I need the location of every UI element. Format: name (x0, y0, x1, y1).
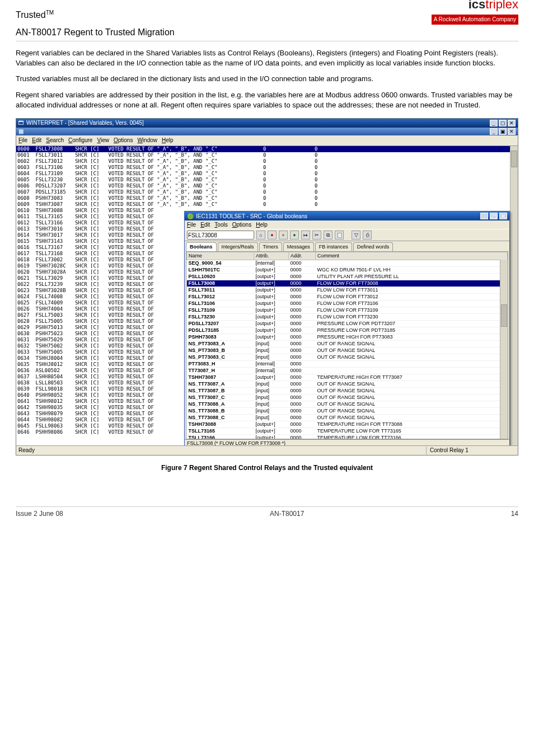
shared-row[interactable]: 0601 FSLL73011 SHCR [C] VOTED RESULT OF … (16, 152, 518, 158)
col-name[interactable]: Name (187, 252, 254, 260)
grid-scrollbar[interactable] (500, 260, 508, 439)
scrollbar-thumb[interactable] (511, 151, 517, 167)
shared-row[interactable]: 0608 PSHH73083 SHCR [C] VOTED RESULT OF … (16, 195, 518, 201)
grid-row[interactable]: FSLL73230[output+]0000FLOW LOW FOR FT732… (187, 314, 508, 321)
winterpret-titlebar[interactable]: 🗔 WINTERPRET - [Shared Variables, Vers. … (16, 119, 518, 128)
grid-row[interactable]: FSLL73109[output+]0000FLOW LOW FOR FT731… (187, 307, 508, 314)
iec1131-tabs[interactable]: BooleansIntegers/RealsTimersMessagesFB i… (185, 241, 509, 251)
tab-booleans[interactable]: Booleans (186, 242, 217, 251)
iec-menu-help[interactable]: Help (256, 222, 268, 228)
mdi-minimize[interactable]: _ (490, 128, 498, 135)
minimize-button[interactable]: _ (490, 120, 498, 126)
paragraph-1: Regent variables can be declared in the … (16, 48, 518, 68)
close-button[interactable]: ✕ (508, 120, 516, 126)
tab-defined-words[interactable]: Defined words (353, 242, 394, 251)
grid-row[interactable]: NS_PT73083_B[input]0000OUT OF RANGE SIGN… (187, 348, 508, 354)
iec1131-titlebar[interactable]: 🟢 IEC1131 TOOLSET - SRC - Global boolean… (185, 212, 509, 220)
grid-row[interactable]: NS_TT73087_C[input]0000OUT OF RANGE SIGN… (187, 395, 508, 401)
menu-help[interactable]: Help (162, 137, 174, 143)
maximize-button[interactable]: ▢ (499, 120, 507, 126)
grid-row[interactable]: TSHH73088[output+]0000TEMPERATURE HIGH F… (187, 421, 508, 428)
tab-timers[interactable]: Timers (259, 242, 282, 251)
shared-row[interactable]: 0607 PDSLL73185 SHCR [C] VOTED RESULT OF… (16, 189, 518, 195)
grid-row[interactable]: FSLL73011[output+]0000FLOW LOW FOR FT730… (187, 287, 508, 294)
menu-file[interactable]: File (18, 137, 27, 143)
status-ready: Ready (18, 447, 426, 454)
menu-view[interactable]: View (97, 137, 109, 143)
shared-row[interactable]: 0603 FSLL73106 SHCR [C] VOTED RESULT OF … (16, 165, 518, 171)
iec1131-menubar[interactable]: FileEditToolsOptionsHelp (185, 220, 509, 229)
menu-configure[interactable]: Configure (68, 137, 92, 143)
home-icon[interactable]: ⌂ (256, 231, 265, 240)
iec-menu-tools[interactable]: Tools (214, 222, 227, 228)
tab-integers-reals[interactable]: Integers/Reals (218, 242, 258, 251)
menu-options[interactable]: Options (114, 137, 133, 143)
shared-row[interactable]: 0609 TSHH73087 SHCR [C] VOTED RESULT OF … (16, 201, 518, 208)
mdi-restore[interactable]: ▣ (499, 128, 507, 135)
col-attrib[interactable]: Attrib. (254, 252, 289, 260)
status-context: Control Relay 1 (426, 447, 516, 454)
grid-row[interactable]: NS_TT73087_B[input]0000OUT OF RANGE SIGN… (187, 388, 508, 395)
grid-row[interactable]: TSHH73087[output+]0000TEMPERATURE HIGH F… (187, 374, 508, 381)
grid-row[interactable]: FSLL73008[output+]0000FLOW LOW FOR FT730… (187, 280, 508, 287)
grid-row[interactable]: PDSLL73185[output+]0000PRESSURE LOW FOR … (187, 327, 508, 334)
grid-row[interactable]: PSHH73083[output+]0000PRESSURE HIGH FOR … (187, 334, 508, 341)
scrollbar-outer[interactable] (510, 146, 518, 445)
grid-row[interactable]: SEQ_9000_54[internal]0000 (187, 260, 508, 267)
grid-row[interactable]: NS_PT73083_A[input]0000OUT OF RANGE SIGN… (187, 341, 508, 348)
grid-row[interactable]: PSLL10920[output+]0000UTILITY PLANT AIR … (187, 274, 508, 280)
winterpret-title: WINTERPRET - [Shared Variables, Vers. 00… (26, 119, 144, 127)
iec-menu-file[interactable]: File (187, 222, 196, 228)
shared-row[interactable]: 0605 FSLL73230 SHCR [C] VOTED RESULT OF … (16, 177, 518, 183)
menu-window[interactable]: Window (137, 137, 157, 143)
iec-min[interactable]: _ (480, 213, 488, 219)
grid-row[interactable]: NS_TT73088_A[input]0000OUT OF RANGE SIGN… (187, 401, 508, 408)
iec-menu-options[interactable]: Options (232, 222, 251, 228)
shared-row[interactable]: 0604 FSLL73109 SHCR [C] VOTED RESULT OF … (16, 171, 518, 177)
grid-row[interactable]: FSLL73106[output+]0000FLOW LOW FOR FT731… (187, 300, 508, 307)
grid-row[interactable]: NS_TT73088_B[input]0000OUT OF RANGE SIGN… (187, 408, 508, 415)
grid-row[interactable]: LSHH7501TC[output+]0000WGC KO DRUM 7501-… (187, 267, 508, 274)
grid-row[interactable]: FSLL73012[output+]0000FLOW LOW FOR FT730… (187, 294, 508, 300)
tab-fb-instances[interactable]: FB instances (315, 242, 352, 251)
search-icon[interactable]: ● (290, 231, 299, 240)
shared-row[interactable]: 0600 FSLL73008 SHCR [C] VOTED RESULT OF … (16, 146, 518, 152)
cut-icon[interactable]: ✂ (312, 231, 321, 240)
winterpret-menubar[interactable]: FileEditSearchConfigureViewOptionsWindow… (16, 135, 518, 145)
mdi-close[interactable]: ✕ (508, 128, 516, 135)
shared-variable-listing[interactable]: 0600 FSLL73008 SHCR [C] VOTED RESULT OF … (16, 145, 518, 445)
pause-icon[interactable]: ● (279, 231, 288, 240)
grid-row[interactable]: TSLL73166[output+]0000TEMPERATURE LOW FO… (187, 435, 508, 440)
stop-icon[interactable]: ● (268, 231, 277, 240)
sort-icon[interactable]: ▽ (352, 231, 360, 240)
iec-menu-edit[interactable]: Edit (200, 222, 210, 228)
grid-row[interactable]: NS_TT73088_C[input]0000OUT OF RANGE SIGN… (187, 415, 508, 421)
iec-close[interactable]: ✕ (499, 213, 507, 219)
grid-row[interactable]: PDSLL73207[output+]0000PRESSURE LOW FOR … (187, 321, 508, 327)
copy-icon[interactable]: ⧉ (324, 231, 332, 240)
col-comment[interactable]: Comment (316, 252, 508, 260)
boolean-grid[interactable]: NameAttrib.Addr.Comment SEQ_9000_54[inte… (186, 251, 508, 439)
iec-max[interactable]: ▢ (490, 213, 498, 219)
grid-scroll-thumb[interactable] (501, 304, 507, 327)
grid-row[interactable]: NS_TT73087_A[input]0000OUT OF RANGE SIGN… (187, 381, 508, 388)
footer-left: Issue 2 June 08 (16, 509, 63, 519)
paste-icon[interactable]: 📋 (335, 231, 344, 240)
footer-center: AN-T80017 (270, 509, 304, 519)
shared-row[interactable]: 0606 PDSLL73207 SHCR [C] VOTED RESULT OF… (16, 183, 518, 189)
figure-caption: Figure 7 Regent Shared Control Relays an… (16, 463, 518, 473)
print-icon[interactable]: ⎙ (363, 231, 372, 240)
menu-search[interactable]: Search (46, 137, 64, 143)
menu-edit[interactable]: Edit (32, 137, 41, 143)
col-addr[interactable]: Addr. (289, 252, 316, 260)
grid-row[interactable]: TSLL73165[output+]0000TEMPERATURE LOW FO… (187, 428, 508, 435)
brand-tagline: A Rockwell Automation Company (432, 15, 518, 25)
grid-row[interactable]: NS_PT73083_C[input]0000OUT OF RANGE SIGN… (187, 354, 508, 361)
shared-row[interactable]: 0602 FSLL73012 SHCR [C] VOTED RESULT OF … (16, 158, 518, 165)
grid-row[interactable]: PT73083_H[internal]0000 (187, 361, 508, 368)
search-input[interactable] (187, 231, 254, 240)
tab-messages[interactable]: Messages (283, 242, 314, 251)
iec1131-toolbar[interactable]: ⌂ ● ● ● ↦ ✂ ⧉ 📋 ▽ ⎙ (185, 229, 509, 241)
arrow-right-icon[interactable]: ↦ (301, 231, 310, 240)
grid-row[interactable]: TT73087_H[internal]0000 (187, 368, 508, 374)
